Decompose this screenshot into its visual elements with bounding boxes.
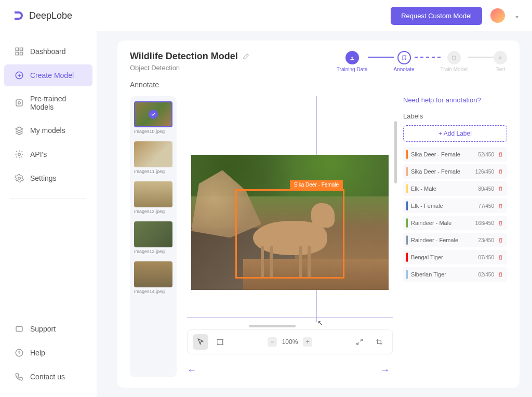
topbar: DeepLobe Request Custom Model ⌄ — [0, 0, 532, 31]
next-image-button[interactable]: → — [380, 365, 393, 377]
scrollbar-vertical[interactable] — [394, 121, 397, 183]
rectangle-icon — [216, 338, 224, 346]
svg-point-7 — [18, 153, 21, 156]
trash-icon[interactable] — [497, 151, 504, 158]
image[interactable]: Sika Deer - Female — [191, 155, 389, 290]
label-row[interactable]: Raindeer - Female 23/450 — [403, 233, 507, 247]
canvas-panel: ↖ Sika Deer - Female — [187, 96, 393, 377]
label-name: Elk - Male — [411, 186, 475, 192]
label-name: Raindeer - Female — [411, 237, 475, 243]
step-train: Train Model — [441, 51, 468, 72]
logo-text: DeepLobe — [29, 10, 72, 21]
section-title: Annotate — [130, 81, 507, 89]
sidebar-item-pretrained[interactable]: Pre-trained Models — [4, 88, 92, 117]
logo[interactable]: DeepLobe — [12, 9, 72, 22]
svg-rect-3 — [20, 52, 23, 55]
sidebar-item-dashboard[interactable]: Dashboard — [4, 41, 92, 62]
label-row[interactable]: Sika Deer - Female 126/450 — [403, 164, 507, 179]
upload-icon — [349, 55, 355, 61]
trash-icon[interactable] — [497, 237, 504, 244]
trash-icon[interactable] — [497, 254, 504, 261]
label-swatch — [406, 235, 408, 245]
label-name: Sika Deer - Female — [411, 151, 475, 157]
label-row[interactable]: Elk - Female 77/450 — [403, 198, 507, 213]
sidebar-item-contact[interactable]: Contact us — [4, 366, 92, 388]
sidebar-item-create-model[interactable]: Create Model — [4, 64, 92, 86]
label-swatch — [406, 201, 408, 210]
label-count: 52/450 — [478, 152, 494, 157]
cube-icon — [451, 55, 457, 61]
thumbnail[interactable]: Images12.jpeg — [134, 181, 172, 214]
trash-icon[interactable] — [497, 271, 504, 278]
thumbnail[interactable]: Images10.jpeg — [134, 101, 172, 134]
help-icon — [15, 348, 24, 358]
svg-rect-1 — [20, 48, 23, 50]
trash-icon[interactable] — [497, 220, 504, 227]
thumbnail[interactable]: Images14.jpeg — [134, 261, 172, 294]
cursor-icon: ↖ — [317, 319, 323, 327]
label-row[interactable]: Elk - Male 80/450 — [403, 181, 507, 196]
expand-icon — [355, 338, 364, 346]
user-menu-chevron-icon[interactable]: ⌄ — [514, 12, 520, 19]
step-annotate[interactable]: Annotate — [394, 51, 415, 72]
label-count: 80/450 — [478, 186, 494, 192]
sidebar-item-label: Dashboard — [30, 47, 66, 56]
crop-icon — [375, 338, 383, 346]
sidebar-item-settings[interactable]: Settings — [4, 167, 92, 189]
help-annotation-link[interactable]: Need help for annotation? — [403, 96, 507, 104]
support-icon — [15, 324, 24, 334]
sidebar: Dashboard Create Model Pre-trained Model… — [0, 31, 97, 397]
step-training-data[interactable]: Training Data — [337, 51, 368, 72]
label-name: Raindeer - Male — [411, 220, 472, 226]
edit-icon[interactable] — [242, 53, 249, 60]
svg-rect-9 — [16, 327, 22, 332]
label-name: Elk - Female — [411, 203, 475, 209]
zoom-out-button[interactable]: − — [268, 337, 277, 347]
svg-point-6 — [18, 102, 21, 104]
sidebar-item-help[interactable]: Help — [4, 342, 92, 364]
label-swatch — [406, 150, 408, 159]
label-row[interactable]: Raindeer - Male 168/450 — [403, 216, 507, 230]
trash-icon[interactable] — [497, 168, 504, 175]
zoom-control: − 100% + — [268, 337, 313, 347]
canvas-toolbar: − 100% + — [187, 329, 393, 354]
tool-crop-button[interactable] — [371, 334, 387, 350]
sidebar-item-label: Help — [30, 349, 45, 357]
label-row[interactable]: Bengal Tiger 07/450 — [403, 250, 507, 264]
labels-title: Labels — [403, 112, 507, 120]
sidebar-item-label: API's — [30, 150, 47, 158]
tool-pointer-button[interactable] — [193, 334, 208, 350]
phone-icon — [15, 372, 24, 381]
step-test: Test — [494, 51, 507, 72]
scrollbar-horizontal[interactable] — [249, 325, 296, 327]
label-count: 23/450 — [478, 237, 494, 243]
prev-image-button[interactable]: ← — [187, 365, 200, 377]
trash-icon[interactable] — [497, 186, 504, 192]
bounding-box[interactable]: Sika Deer - Female — [235, 189, 344, 279]
svg-point-12 — [499, 57, 501, 59]
tool-expand-button[interactable] — [352, 334, 367, 350]
sidebar-item-support[interactable]: Support — [4, 318, 92, 340]
label-name: Sika Deer - Female — [411, 168, 472, 175]
svg-point-15 — [222, 339, 223, 340]
label-swatch — [406, 270, 408, 279]
trash-icon[interactable] — [497, 203, 504, 209]
gear-icon — [15, 174, 24, 183]
gear-small-icon — [497, 55, 503, 61]
request-custom-model-button[interactable]: Request Custom Model — [391, 7, 482, 25]
label-swatch — [406, 167, 408, 176]
label-row[interactable]: Sika Deer - Female 52/450 — [403, 147, 507, 162]
annotation-canvas[interactable]: ↖ Sika Deer - Female — [187, 96, 393, 322]
add-label-button[interactable]: + Add Label — [403, 125, 507, 142]
model-subtitle: Object Detection — [130, 64, 249, 72]
label-row[interactable]: Siberian Tiger 02/450 — [403, 267, 507, 282]
thumbnail[interactable]: Images13.jpeg — [134, 221, 172, 254]
sidebar-item-my-models[interactable]: My models — [4, 120, 92, 141]
sidebar-item-apis[interactable]: API's — [4, 143, 92, 165]
thumbnail[interactable]: Images11.jpeg — [134, 141, 172, 174]
bbox-label: Sika Deer - Female — [290, 180, 343, 189]
avatar[interactable] — [490, 8, 505, 23]
thumbnails-panel[interactable]: Images10.jpeg Images11.jpeg Images12.jpe… — [130, 96, 177, 377]
zoom-in-button[interactable]: + — [303, 337, 312, 347]
tool-rectangle-button[interactable] — [212, 334, 228, 350]
